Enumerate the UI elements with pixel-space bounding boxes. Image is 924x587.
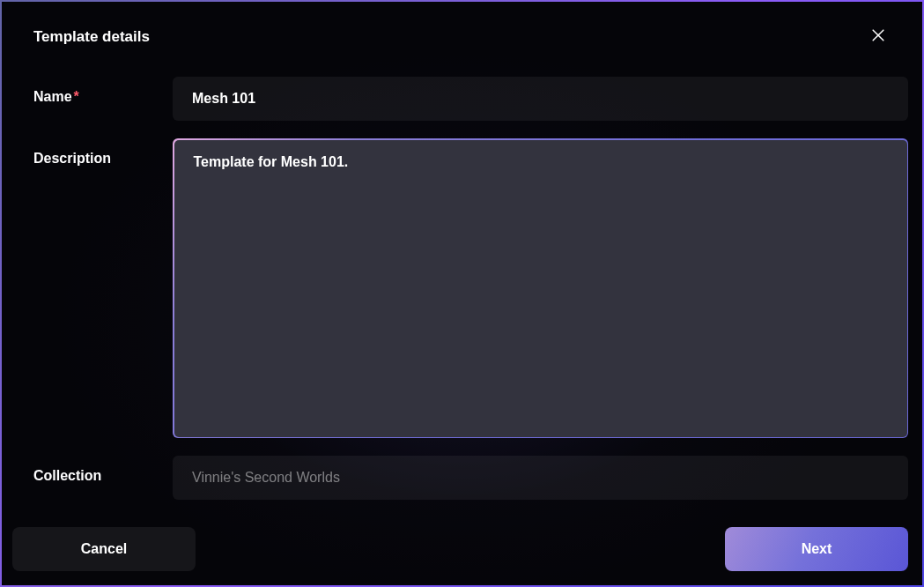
name-row: Name* (33, 77, 908, 121)
dialog-body: Name* Description Template for Mesh 101.… (2, 59, 922, 516)
dialog-header: Template details (2, 2, 922, 59)
description-input[interactable]: Template for Mesh 101. (174, 140, 907, 437)
dialog-footer: Cancel Next (2, 516, 922, 585)
description-row: Description Template for Mesh 101. (33, 138, 908, 438)
collection-input[interactable] (173, 456, 908, 500)
description-field-border: Template for Mesh 101. (173, 138, 908, 438)
cancel-button[interactable]: Cancel (12, 527, 196, 571)
description-label: Description (33, 138, 162, 167)
collection-label: Collection (33, 456, 162, 484)
close-icon (869, 26, 887, 47)
close-button[interactable] (866, 23, 891, 50)
collection-row: Collection (33, 456, 908, 500)
next-button[interactable]: Next (725, 527, 908, 571)
dialog-title: Template details (33, 28, 150, 46)
modal-backdrop: Template details Name* Description (0, 0, 924, 587)
required-indicator: * (74, 89, 79, 104)
name-label: Name* (33, 77, 162, 105)
template-details-dialog: Template details Name* Description (0, 0, 924, 587)
name-label-text: Name (33, 89, 72, 104)
name-input[interactable] (173, 77, 908, 121)
